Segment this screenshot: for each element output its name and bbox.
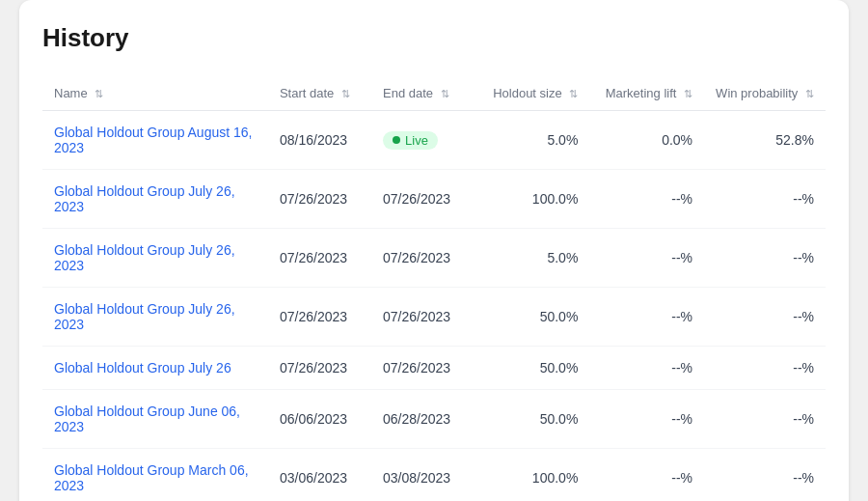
cell-marketing-lift: 0.0% xyxy=(589,111,704,170)
cell-start-date: 06/06/2023 xyxy=(268,390,371,449)
cell-holdout-size: 100.0% xyxy=(481,170,589,229)
cell-holdout-size: 50.0% xyxy=(481,347,589,390)
table-row: Global Holdout Group June 06, 202306/06/… xyxy=(42,390,826,449)
col-header-start-date[interactable]: Start date ⇅ xyxy=(268,76,371,111)
cell-holdout-size: 50.0% xyxy=(481,288,589,347)
cell-holdout-size: 5.0% xyxy=(481,229,589,288)
cell-marketing-lift: --% xyxy=(589,347,704,390)
live-label: Live xyxy=(405,133,428,148)
page-title: History xyxy=(42,23,826,53)
live-dot-icon xyxy=(393,136,400,144)
sort-icon-end: ⇅ xyxy=(441,88,449,100)
cell-name: Global Holdout Group June 06, 2023 xyxy=(42,390,268,449)
table-header-row: Name ⇅ Start date ⇅ End date ⇅ Holdout s… xyxy=(42,76,826,111)
col-header-win-probability[interactable]: Win probability ⇅ xyxy=(704,76,826,111)
row-name-link[interactable]: Global Holdout Group June 06, 2023 xyxy=(54,404,240,434)
cell-marketing-lift: --% xyxy=(589,170,704,229)
col-header-holdout-size[interactable]: Holdout size ⇅ xyxy=(481,76,589,111)
sort-icon-name: ⇅ xyxy=(95,88,103,100)
cell-win-probability: --% xyxy=(704,288,826,347)
history-table: Name ⇅ Start date ⇅ End date ⇅ Holdout s… xyxy=(42,76,826,501)
cell-name: Global Holdout Group July 26, 2023 xyxy=(42,288,268,347)
cell-end-date: 07/26/2023 xyxy=(371,170,481,229)
cell-end-date: 06/28/2023 xyxy=(371,390,481,449)
cell-name: Global Holdout Group July 26 xyxy=(42,347,268,390)
cell-start-date: 07/26/2023 xyxy=(268,229,371,288)
cell-end-date: 03/08/2023 xyxy=(371,449,481,502)
cell-start-date: 07/26/2023 xyxy=(268,288,371,347)
col-header-name[interactable]: Name ⇅ xyxy=(42,76,268,111)
row-name-link[interactable]: Global Holdout Group July 26, 2023 xyxy=(54,301,235,332)
cell-marketing-lift: --% xyxy=(589,229,704,288)
cell-win-probability: --% xyxy=(704,170,826,229)
cell-start-date: 07/26/2023 xyxy=(268,347,371,390)
cell-holdout-size: 50.0% xyxy=(481,390,589,449)
cell-name: Global Holdout Group July 26, 2023 xyxy=(42,229,268,288)
cell-win-probability: --% xyxy=(704,390,826,449)
row-name-link[interactable]: Global Holdout Group July 26, 2023 xyxy=(54,183,235,214)
cell-end-date: 07/26/2023 xyxy=(371,229,481,288)
row-name-link[interactable]: Global Holdout Group July 26 xyxy=(54,360,231,376)
cell-start-date: 08/16/2023 xyxy=(268,111,371,170)
row-name-link[interactable]: Global Holdout Group March 06, 2023 xyxy=(54,462,249,493)
cell-end-date: 07/26/2023 xyxy=(371,347,481,390)
cell-win-probability: 52.8% xyxy=(704,111,826,170)
col-header-end-date[interactable]: End date ⇅ xyxy=(371,76,481,111)
cell-win-probability: --% xyxy=(704,347,826,390)
table-row: Global Holdout Group July 26, 202307/26/… xyxy=(42,288,826,347)
cell-name: Global Holdout Group July 26, 2023 xyxy=(42,170,268,229)
table-row: Global Holdout Group July 26, 202307/26/… xyxy=(42,229,826,288)
cell-holdout-size: 100.0% xyxy=(481,449,589,502)
cell-win-probability: --% xyxy=(704,449,826,502)
row-name-link[interactable]: Global Holdout Group July 26, 2023 xyxy=(54,242,235,273)
cell-win-probability: --% xyxy=(704,229,826,288)
cell-start-date: 07/26/2023 xyxy=(268,170,371,229)
cell-marketing-lift: --% xyxy=(589,390,704,449)
sort-icon-win: ⇅ xyxy=(805,88,814,100)
history-card: History Name ⇅ Start date ⇅ End date ⇅ H… xyxy=(19,0,849,501)
cell-start-date: 03/06/2023 xyxy=(268,449,371,502)
cell-end-date: 07/26/2023 xyxy=(371,288,481,347)
sort-icon-holdout: ⇅ xyxy=(569,88,578,100)
cell-end-date: Live xyxy=(371,111,481,170)
live-badge: Live xyxy=(383,131,438,150)
cell-name: Global Holdout Group March 06, 2023 xyxy=(42,449,268,502)
table-row: Global Holdout Group July 26, 202307/26/… xyxy=(42,170,826,229)
table-body: Global Holdout Group August 16, 202308/1… xyxy=(42,111,826,502)
table-row: Global Holdout Group July 2607/26/202307… xyxy=(42,347,826,390)
row-name-link[interactable]: Global Holdout Group August 16, 2023 xyxy=(54,125,252,155)
table-row: Global Holdout Group August 16, 202308/1… xyxy=(42,111,826,170)
cell-marketing-lift: --% xyxy=(589,288,704,347)
cell-name: Global Holdout Group August 16, 2023 xyxy=(42,111,268,170)
sort-icon-marketing: ⇅ xyxy=(684,88,692,100)
col-header-marketing-lift[interactable]: Marketing lift ⇅ xyxy=(589,76,704,111)
table-row: Global Holdout Group March 06, 202303/06… xyxy=(42,449,826,502)
cell-holdout-size: 5.0% xyxy=(481,111,589,170)
cell-marketing-lift: --% xyxy=(589,449,704,502)
sort-icon-start: ⇅ xyxy=(341,88,350,100)
